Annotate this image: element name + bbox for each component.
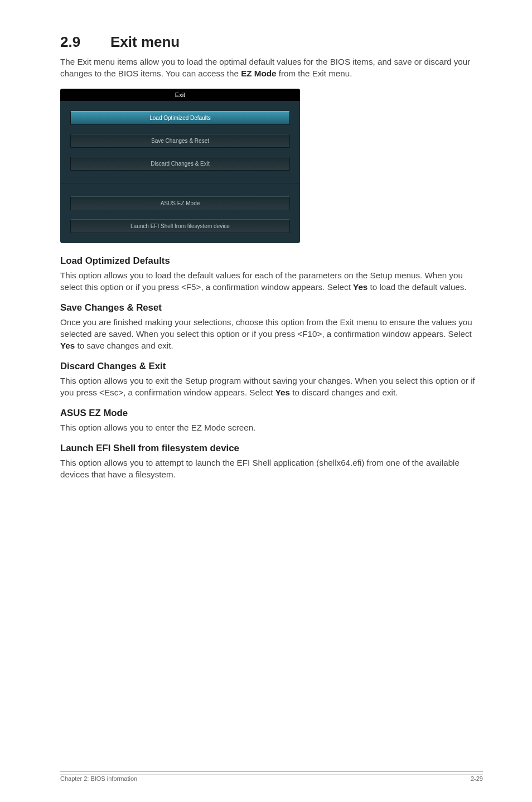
heading-efi-shell: Launch EFI Shell from filesystem device [60, 443, 483, 454]
bios-divider [60, 183, 300, 184]
heading-ez-mode: ASUS EZ Mode [60, 408, 483, 419]
section-intro: The Exit menu items allow you to load th… [60, 56, 483, 80]
intro-bold: EZ Mode [241, 69, 276, 78]
page: 2.9Exit menu The Exit menu items allow y… [0, 0, 532, 802]
desc-discard-exit-bold: Yes [275, 388, 290, 397]
bios-button-efi-shell[interactable]: Launch EFI Shell from filesystem device [70, 219, 290, 233]
desc-load-defaults: This option allows you to load the defau… [60, 270, 483, 293]
desc-ez-mode: This option allows you to enter the EZ M… [60, 422, 483, 434]
footer-rule [60, 774, 483, 775]
bios-panel-body: Load Optimized Defaults Save Changes & R… [60, 101, 300, 243]
desc-efi-shell: This option allows you to attempt to lau… [60, 457, 483, 481]
desc-save-reset-p1: Once you are finished making your select… [60, 317, 472, 339]
desc-load-defaults-p2: to load the default values. [367, 282, 466, 292]
bios-button-ez-mode[interactable]: ASUS EZ Mode [70, 196, 290, 210]
desc-save-reset: Once you are finished making your select… [60, 317, 483, 352]
heading-load-defaults: Load Optimized Defaults [60, 255, 483, 267]
section-number: 2.9 [60, 33, 110, 51]
desc-discard-exit-p2: to discard changes and exit. [290, 388, 398, 397]
bios-exit-panel: Exit Load Optimized Defaults Save Change… [60, 89, 300, 243]
desc-load-defaults-bold: Yes [353, 282, 367, 292]
desc-save-reset-p2: to save changes and exit. [75, 341, 173, 350]
intro-text-2: from the Exit menu. [276, 69, 352, 78]
section-heading: 2.9Exit menu [60, 33, 483, 51]
desc-discard-exit: This option allows you to exit the Setup… [60, 375, 483, 399]
page-footer: Chapter 2: BIOS information 2-29 [60, 771, 483, 782]
heading-discard-exit: Discard Changes & Exit [60, 361, 483, 372]
desc-save-reset-bold: Yes [60, 341, 75, 350]
footer-chapter: Chapter 2: BIOS information [60, 775, 137, 782]
bios-button-save-reset[interactable]: Save Changes & Reset [70, 134, 290, 148]
section-title: Exit menu [110, 33, 180, 50]
heading-save-reset: Save Changes & Reset [60, 302, 483, 313]
desc-discard-exit-p1: This option allows you to exit the Setup… [60, 376, 475, 397]
bios-button-discard-exit[interactable]: Discard Changes & Exit [70, 157, 290, 171]
bios-panel-title: Exit [60, 89, 300, 101]
footer-page-number: 2-29 [471, 775, 483, 782]
bios-button-load-defaults[interactable]: Load Optimized Defaults [70, 111, 290, 125]
